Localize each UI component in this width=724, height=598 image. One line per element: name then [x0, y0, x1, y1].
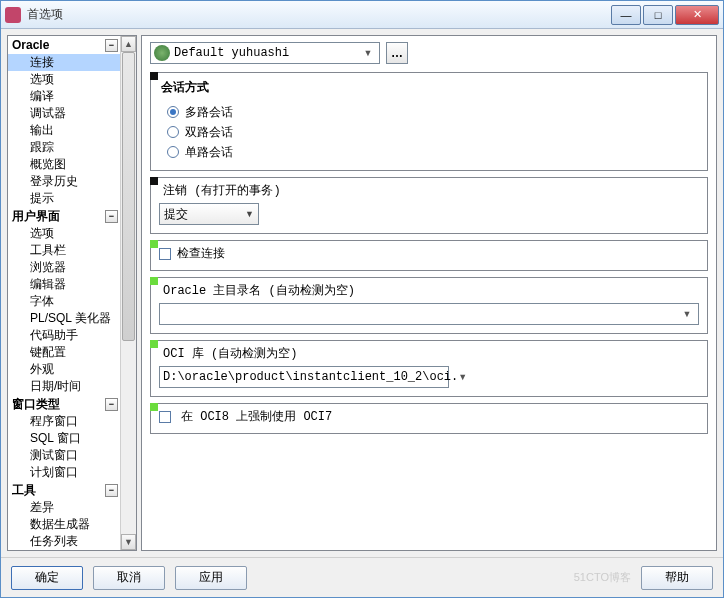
session-mode-title: 会话方式: [161, 79, 699, 96]
tree-category[interactable]: 用户界面−: [8, 207, 120, 225]
help-button[interactable]: 帮助: [641, 566, 713, 590]
oci-combo[interactable]: D:\oracle\product\instantclient_10_2\oci…: [159, 366, 449, 388]
tree-item[interactable]: 差异: [8, 499, 120, 516]
watermark: 51CTO博客: [574, 570, 631, 585]
category-tree-pane: Oracle−连接选项编译调试器输出跟踪概览图登录历史提示用户界面−选项工具栏浏…: [7, 35, 137, 551]
tree-item[interactable]: 代码助手: [8, 327, 120, 344]
profile-combo[interactable]: Default yuhuashi ▼: [150, 42, 380, 64]
close-button[interactable]: ✕: [675, 5, 719, 25]
tree-item[interactable]: 外观: [8, 361, 120, 378]
session-radio-label: 双路会话: [185, 124, 233, 141]
tree-item[interactable]: 连接: [8, 54, 120, 71]
tree-item[interactable]: 字体: [8, 293, 120, 310]
tree-item[interactable]: 选项: [8, 225, 120, 242]
tree-category[interactable]: 窗口类型−: [8, 395, 120, 413]
tree-scrollbar[interactable]: ▲ ▼: [120, 36, 136, 550]
tree-item[interactable]: 浏览器: [8, 259, 120, 276]
cancel-button[interactable]: 取消: [93, 566, 165, 590]
session-radio[interactable]: [167, 126, 179, 138]
apply-button[interactable]: 应用: [175, 566, 247, 590]
tree-category[interactable]: 工具−: [8, 481, 120, 499]
tree-item[interactable]: 概览图: [8, 156, 120, 173]
check-connection-panel: 检查连接: [150, 240, 708, 271]
oci-value: D:\oracle\product\instantclient_10_2\oci…: [163, 370, 458, 384]
tree-category-label: 窗口类型: [12, 396, 60, 413]
session-radio-label: 单路会话: [185, 144, 233, 161]
logoff-label: 注销 (有打开的事务): [159, 182, 699, 199]
tree-category[interactable]: Oracle−: [8, 36, 120, 54]
tree-item[interactable]: 调试器: [8, 105, 120, 122]
logoff-panel: 注销 (有打开的事务) 提交 ▼: [150, 177, 708, 234]
tree-item[interactable]: SQL 窗口: [8, 430, 120, 447]
chevron-down-icon: ▼: [458, 372, 467, 382]
force-oci7-label: 在 OCI8 上强制使用 OCI7: [177, 408, 332, 425]
force-oci7-panel: 在 OCI8 上强制使用 OCI7: [150, 403, 708, 434]
chevron-down-icon: ▼: [360, 48, 376, 58]
collapse-icon[interactable]: −: [105, 210, 118, 223]
minimize-button[interactable]: —: [611, 5, 641, 25]
tree-item[interactable]: 跟踪: [8, 139, 120, 156]
oci-label: OCI 库 (自动检测为空): [159, 345, 699, 362]
tree-item[interactable]: 任务列表: [8, 533, 120, 550]
session-mode-panel: 会话方式 多路会话双路会话单路会话: [150, 72, 708, 171]
tree-category-label: 用户界面: [12, 208, 60, 225]
profile-icon: [154, 45, 170, 61]
profile-value: Default yuhuashi: [174, 46, 289, 60]
session-radio[interactable]: [167, 146, 179, 158]
dialog-footer: 确定 取消 应用 51CTO博客 帮助: [1, 557, 723, 597]
force-oci7-checkbox[interactable]: [159, 411, 171, 423]
tree-item[interactable]: 选项: [8, 71, 120, 88]
collapse-icon[interactable]: −: [105, 484, 118, 497]
tree-item[interactable]: 输出: [8, 122, 120, 139]
tree-item[interactable]: 数据生成器: [8, 516, 120, 533]
check-connection-checkbox[interactable]: [159, 248, 171, 260]
tree-item[interactable]: 测试窗口: [8, 447, 120, 464]
tree-item[interactable]: 计划窗口: [8, 464, 120, 481]
profile-more-button[interactable]: …: [386, 42, 408, 64]
tree-item[interactable]: 键配置: [8, 344, 120, 361]
logoff-select[interactable]: 提交 ▼: [159, 203, 259, 225]
oracle-home-label: Oracle 主目录名 (自动检测为空): [159, 282, 699, 299]
tree-item[interactable]: 工具栏: [8, 242, 120, 259]
ok-button[interactable]: 确定: [11, 566, 83, 590]
oracle-home-combo[interactable]: ▼: [159, 303, 699, 325]
tree-item[interactable]: 程序窗口: [8, 413, 120, 430]
tree-item[interactable]: PL/SQL 美化器: [8, 310, 120, 327]
check-connection-label: 检查连接: [177, 245, 225, 262]
settings-pane: Default yuhuashi ▼ … 会话方式 多路会话双路会话单路会话 注…: [141, 35, 717, 551]
app-icon: [5, 7, 21, 23]
scroll-down-icon[interactable]: ▼: [121, 534, 136, 550]
collapse-icon[interactable]: −: [105, 398, 118, 411]
oci-lib-panel: OCI 库 (自动检测为空) D:\oracle\product\instant…: [150, 340, 708, 397]
scroll-thumb[interactable]: [122, 52, 135, 341]
window-title: 首选项: [27, 6, 611, 23]
collapse-icon[interactable]: −: [105, 39, 118, 52]
tree-category-label: 工具: [12, 482, 36, 499]
oracle-home-panel: Oracle 主目录名 (自动检测为空) ▼: [150, 277, 708, 334]
logoff-value: 提交: [164, 206, 188, 223]
chevron-down-icon: ▼: [245, 209, 254, 219]
tree-category-label: Oracle: [12, 38, 49, 52]
maximize-button[interactable]: □: [643, 5, 673, 25]
tree-item[interactable]: 提示: [8, 190, 120, 207]
session-radio-label: 多路会话: [185, 104, 233, 121]
tree-item[interactable]: 登录历史: [8, 173, 120, 190]
tree-item[interactable]: 编译: [8, 88, 120, 105]
chevron-down-icon: ▼: [679, 309, 695, 319]
title-bar: 首选项 — □ ✕: [1, 1, 723, 29]
scroll-up-icon[interactable]: ▲: [121, 36, 136, 52]
tree-item[interactable]: 编辑器: [8, 276, 120, 293]
session-radio[interactable]: [167, 106, 179, 118]
tree-item[interactable]: 日期/时间: [8, 378, 120, 395]
